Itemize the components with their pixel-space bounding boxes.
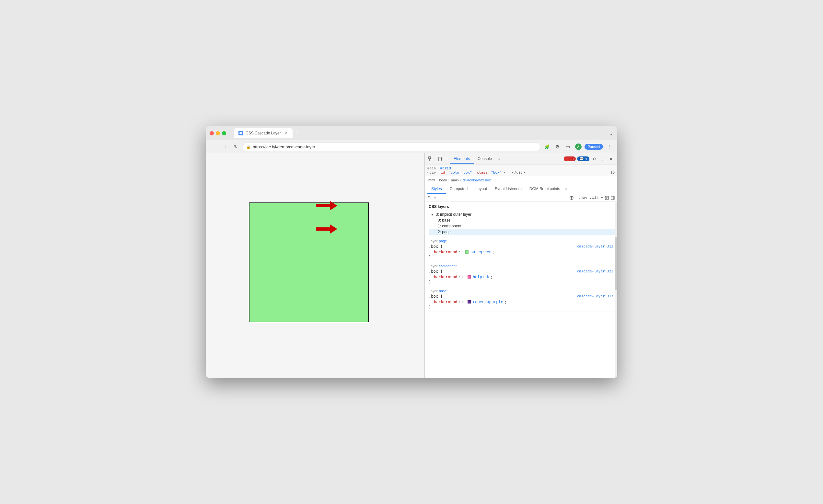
toolbar-divider xyxy=(447,156,447,162)
breadcrumb-html[interactable]: html xyxy=(428,178,436,182)
breadcrumb-selected[interactable]: div#color-box.box xyxy=(462,178,492,182)
nav-bar: ← → ↻ 🔒 https://jec.fyi/demo/cascade-lay… xyxy=(206,140,617,153)
arrow-css-layers xyxy=(316,201,337,210)
tab-more-button[interactable]: ⌄ xyxy=(609,130,613,136)
address-bar[interactable]: 🔒 https://jec.fyi/demo/cascade-layer xyxy=(243,142,540,151)
layer-page-link[interactable]: page xyxy=(439,239,447,243)
menu-icon[interactable]: ⋮ xyxy=(605,143,613,151)
dom-breadcrumb-bar: html › body › main › div#color-box.box xyxy=(425,176,617,184)
scrollbar-thumb[interactable] xyxy=(615,237,617,290)
dom-breadcrumb-area: main #grid <div id="color-box" class="bo… xyxy=(425,165,617,176)
tab-close-button[interactable]: ✕ xyxy=(284,131,288,135)
layer-tree: ▼ 3: implicit outer layer 0: base 1: com… xyxy=(425,211,617,237)
toggle-sidebar-icon[interactable] xyxy=(611,196,615,200)
rule-close-brace-component: } xyxy=(429,280,613,285)
svg-rect-1 xyxy=(429,157,431,159)
devtools-right: 🚫 8 💬 4 ⚙ ⋮ ✕ xyxy=(564,156,615,163)
forward-button[interactable]: → xyxy=(221,143,229,151)
minimize-button[interactable] xyxy=(216,131,220,135)
tabs-more[interactable]: » xyxy=(496,156,503,163)
close-devtools-icon[interactable]: ✕ xyxy=(608,156,615,163)
tab-console[interactable]: Console xyxy=(474,155,496,164)
layer-base-link[interactable]: base xyxy=(439,289,447,293)
tab-title: CSS Cascade Layer xyxy=(245,131,281,135)
svg-rect-3 xyxy=(439,157,441,161)
maximize-button[interactable] xyxy=(222,131,226,135)
layer-page-label: 2: page xyxy=(438,230,451,234)
style-tabs-more[interactable]: » xyxy=(564,186,569,193)
arrow-body-2 xyxy=(316,227,330,230)
svg-rect-12 xyxy=(611,196,614,199)
page-content xyxy=(206,153,425,378)
color-swatch-palegreen[interactable] xyxy=(465,250,469,254)
breadcrumb-main[interactable]: main xyxy=(450,178,460,182)
svg-point-0 xyxy=(239,132,242,134)
cast-icon[interactable]: ▭ xyxy=(564,143,572,151)
arrow-layer-page xyxy=(316,224,337,233)
new-tab-button[interactable]: + xyxy=(294,129,302,137)
dollar-zero: == $0 xyxy=(605,171,615,174)
layer-item-outer[interactable]: ▼ 3: implicit outer layer xyxy=(429,211,617,217)
layer-filter-icon[interactable] xyxy=(569,196,574,200)
tab-favicon xyxy=(238,131,243,135)
add-style-icon[interactable]: + xyxy=(601,196,603,200)
arrowhead-1 xyxy=(330,201,337,210)
secure-icon: 🔒 xyxy=(246,145,251,149)
style-tab-layout[interactable]: Layout xyxy=(471,184,491,194)
layer-item-component[interactable]: 1: component xyxy=(429,223,617,229)
css-layers-section: CSS layers ▼ 3: implicit outer layer 0: … xyxy=(425,202,617,237)
rule-selector-page: cascade-layer:312 .box { xyxy=(429,244,613,249)
style-tab-computed[interactable]: Computed xyxy=(446,184,471,194)
rule-prop-background-base: background :→ rebeccapurple ; xyxy=(429,299,613,305)
rule-source-base[interactable]: cascade-layer:317 xyxy=(577,294,613,298)
filter-input[interactable] xyxy=(428,196,567,200)
layer-item-base[interactable]: 0: base xyxy=(429,217,617,223)
devtools-icon[interactable]: ⚙ xyxy=(553,143,562,151)
hov-button[interactable]: :hov xyxy=(578,196,588,200)
style-rule-page: Layer page cascade-layer:312 .box { back… xyxy=(425,237,617,262)
paused-button[interactable]: Paused xyxy=(585,144,603,150)
reload-button[interactable]: ↻ xyxy=(232,143,240,151)
new-rule-icon[interactable] xyxy=(605,196,609,200)
breadcrumb-body[interactable]: body xyxy=(438,178,448,182)
more-options-icon[interactable]: ⋮ xyxy=(599,156,606,163)
rule-source-component[interactable]: cascade-layer:322 xyxy=(577,269,613,274)
styles-content: CSS layers ▼ 3: implicit outer layer 0: … xyxy=(425,202,617,378)
url-text: https://jec.fyi/demo/cascade-layer xyxy=(253,145,315,149)
rule-source-page[interactable]: cascade-layer:312 xyxy=(577,244,613,248)
title-bar: CSS Cascade Layer ✕ + ⌄ xyxy=(206,126,617,140)
style-tab-dom-breakpoints[interactable]: DOM Breakpoints xyxy=(525,184,564,194)
layer-item-page[interactable]: 2: page xyxy=(429,229,617,235)
profile-icon[interactable]: A xyxy=(574,143,583,151)
layer-component-label: 1: component xyxy=(438,224,461,228)
warn-icon: 💬 xyxy=(580,157,584,161)
device-icon[interactable] xyxy=(437,156,444,163)
dom-selected-element: <div id="color-box" class="box" > </div>… xyxy=(428,170,615,175)
close-button[interactable] xyxy=(210,131,214,135)
warn-badge: 💬 4 xyxy=(577,156,590,161)
style-rule-base: Layer base cascade-layer:317 .box { back… xyxy=(425,287,617,312)
browser-tab[interactable]: CSS Cascade Layer ✕ xyxy=(234,128,293,138)
browser-window: CSS Cascade Layer ✕ + ⌄ ← → ↻ 🔒 https://… xyxy=(206,126,617,378)
settings-icon[interactable]: ⚙ xyxy=(591,156,598,163)
layer-outer-label: 3: implicit outer layer xyxy=(436,212,471,217)
layer-component-link[interactable]: component xyxy=(439,264,457,268)
rule-prop-background-component: background :→ hotpink ; xyxy=(429,274,613,280)
color-swatch-hotpink[interactable] xyxy=(468,275,471,279)
inspect-icon[interactable] xyxy=(428,156,435,163)
devtools-tabs: Elements Console » xyxy=(450,155,503,164)
extensions-icon[interactable]: 🧩 xyxy=(543,143,551,151)
cls-button[interactable]: .cls xyxy=(590,196,599,200)
filter-bar: :hov .cls + xyxy=(425,194,617,202)
tab-elements[interactable]: Elements xyxy=(450,155,474,164)
color-swatch-rebeccapurple[interactable] xyxy=(468,300,471,304)
scrollbar-track[interactable] xyxy=(615,202,617,378)
rule-close-brace-base: } xyxy=(429,305,613,310)
tab-bar: CSS Cascade Layer ✕ + ⌄ xyxy=(234,128,613,138)
layer-toggle-icon: ▼ xyxy=(431,213,434,216)
style-tab-styles[interactable]: Styles xyxy=(428,184,446,194)
style-tab-event-listeners[interactable]: Event Listeners xyxy=(491,184,525,194)
paused-label: Paused xyxy=(588,145,600,149)
back-button[interactable]: ← xyxy=(210,143,218,151)
rule-prop-background-page: background : palegreen ; xyxy=(429,249,613,255)
